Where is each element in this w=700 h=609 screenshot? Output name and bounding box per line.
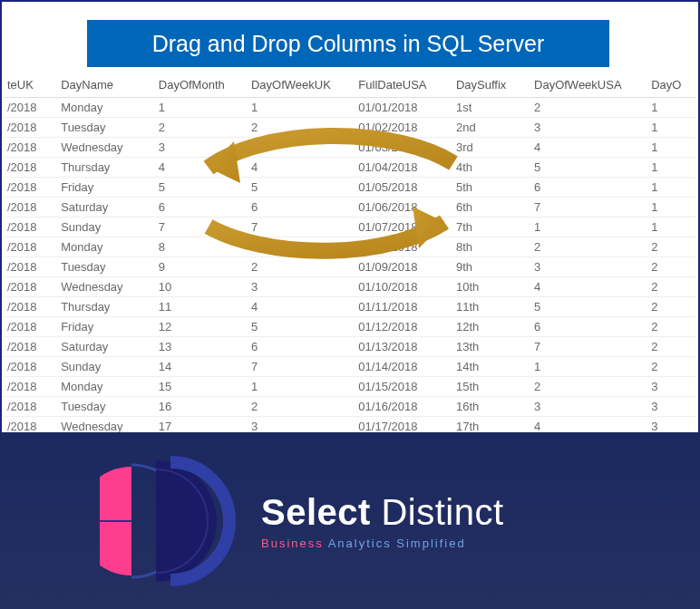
cell: /2018	[4, 218, 57, 237]
cell: 1	[647, 218, 696, 237]
column-header-fulldateusa[interactable]: FullDateUSA	[355, 72, 452, 98]
cell: Tuesday	[57, 118, 155, 138]
cell: 1	[647, 178, 696, 198]
cell: 5	[530, 158, 647, 178]
cell: 6	[248, 337, 355, 357]
table-row[interactable]: /2018Monday15101/15/201815th23	[4, 377, 696, 397]
cell: 3	[155, 138, 248, 158]
cell: 6	[248, 198, 355, 218]
column-header-dayofmonth[interactable]: DayOfMonth	[155, 72, 248, 98]
cell: /2018	[4, 198, 57, 218]
cell: 12th	[452, 317, 530, 337]
table-row[interactable]: /2018Monday8101/08/20188th22	[4, 237, 696, 257]
table-row[interactable]: /2018Tuesday2201/02/20182nd31	[4, 118, 696, 138]
table-row[interactable]: /2018Tuesday9201/09/20189th32	[4, 257, 696, 277]
column-header-dayname[interactable]: DayName	[57, 72, 155, 98]
cell: 4	[530, 277, 647, 297]
column-header-dayo[interactable]: DayO	[647, 72, 696, 98]
cell: 3	[248, 277, 355, 297]
cell: Monday	[57, 377, 155, 397]
cell: 3	[530, 397, 647, 417]
table-row[interactable]: /2018Tuesday16201/16/201816th33	[4, 397, 696, 417]
table-row[interactable]: /2018Wednesday3301/03/20183rd41	[4, 138, 696, 158]
cell: Thursday	[57, 297, 155, 317]
cell: 2	[248, 257, 355, 277]
cell: 5	[155, 178, 248, 198]
table-row[interactable]: /2018Friday5501/05/20185th61	[4, 178, 696, 198]
brand-logo-icon	[100, 453, 236, 589]
cell: 2	[647, 337, 696, 357]
cell: /2018	[4, 297, 57, 317]
cell: 12	[155, 317, 248, 337]
cell: 8	[155, 237, 248, 257]
brand-name-light: Distinct	[371, 492, 504, 532]
cell: Wednesday	[57, 277, 155, 297]
results-grid: teUKDayNameDayOfMonthDayOfWeekUKFullDate…	[4, 72, 696, 435]
cell: 01/06/2018	[355, 198, 452, 218]
cell: 1st	[452, 98, 530, 118]
cell: 4	[155, 158, 248, 178]
cell: 16th	[452, 397, 530, 417]
cell: 14	[155, 357, 248, 377]
cell: 2	[647, 317, 696, 337]
table-row[interactable]: /2018Saturday6601/06/20186th71	[4, 198, 696, 218]
cell: 4th	[452, 158, 530, 178]
cell: /2018	[4, 158, 57, 178]
cell: Tuesday	[57, 397, 155, 417]
cell: 15	[155, 377, 248, 397]
column-header-teuk[interactable]: teUK	[4, 72, 57, 98]
cell: 1	[248, 377, 355, 397]
cell: 3	[530, 257, 647, 277]
table-row[interactable]: /2018Sunday7701/07/20187th11	[4, 218, 696, 237]
cell: /2018	[4, 178, 57, 198]
column-header-dayofweekuk[interactable]: DayOfWeekUK	[248, 72, 355, 98]
cell: 2	[647, 277, 696, 297]
table-row[interactable]: /2018Thursday11401/11/201811th52	[4, 297, 696, 317]
brand-name: Select Distinct	[261, 492, 504, 533]
tagline-pink: Business	[261, 536, 324, 550]
cell: 11th	[452, 297, 530, 317]
cell: Friday	[57, 317, 155, 337]
cell: /2018	[4, 118, 57, 138]
cell: 6	[530, 317, 647, 337]
column-header-daysuffix[interactable]: DaySuffix	[452, 72, 530, 98]
cell: 7	[155, 218, 248, 237]
cell: 1	[530, 357, 647, 377]
cell: /2018	[4, 98, 57, 118]
cell: 6	[155, 198, 248, 218]
cell: 1	[647, 158, 696, 178]
cell: 9th	[452, 257, 530, 277]
table-row[interactable]: /2018Monday1101/01/20181st21	[4, 98, 696, 118]
cell: Saturday	[57, 198, 155, 218]
column-header-dayofweekusa[interactable]: DayOfWeekUSA	[530, 72, 647, 98]
cell: 01/04/2018	[355, 158, 452, 178]
cell: 1	[647, 138, 696, 158]
cell: 3	[248, 138, 355, 158]
table-row[interactable]: /2018Thursday4401/04/20184th51	[4, 158, 696, 178]
cell: 15th	[452, 377, 530, 397]
cell: /2018	[4, 277, 57, 297]
cell: 8th	[452, 237, 530, 257]
table-row[interactable]: /2018Friday12501/12/201812th62	[4, 317, 696, 337]
brand-text-block: Select Distinct Business Analytics Simpl…	[261, 492, 504, 550]
table-row[interactable]: /2018Saturday13601/13/201813th72	[4, 337, 696, 357]
cell: 5th	[452, 178, 530, 198]
cell: 01/01/2018	[355, 98, 452, 118]
cell: 4	[248, 158, 355, 178]
brand-tagline: Business Analytics Simplified	[261, 536, 504, 550]
cell: 01/14/2018	[355, 357, 452, 377]
cell: 5	[248, 317, 355, 337]
cell: /2018	[4, 138, 57, 158]
cell: 5	[530, 297, 647, 317]
cell: 1	[647, 198, 696, 218]
cell: 7th	[452, 218, 530, 237]
cell: 01/07/2018	[355, 218, 452, 237]
cell: 3	[647, 397, 696, 417]
table-row[interactable]: /2018Wednesday10301/10/201810th42	[4, 277, 696, 297]
footer-bar: Select Distinct Business Analytics Simpl…	[0, 432, 700, 609]
table-row[interactable]: /2018Sunday14701/14/201814th12	[4, 357, 696, 377]
cell: 3	[530, 118, 647, 138]
cell: 4	[530, 138, 647, 158]
cell: 2	[647, 357, 696, 377]
cell: 01/13/2018	[355, 337, 452, 357]
